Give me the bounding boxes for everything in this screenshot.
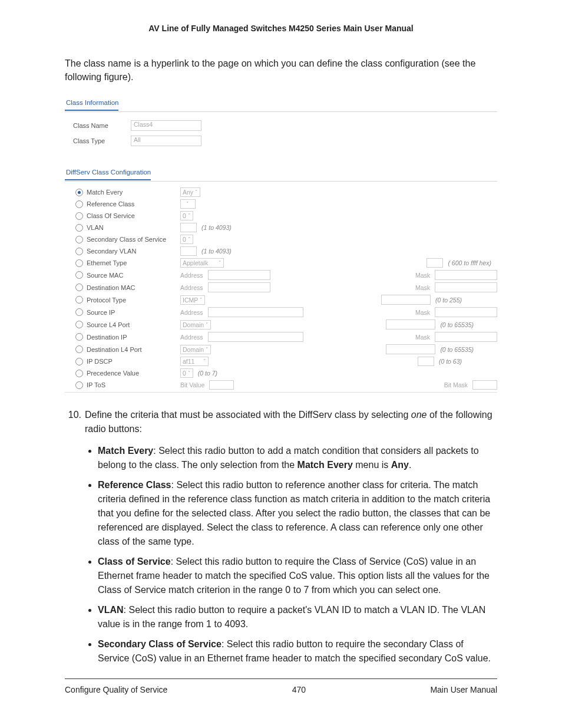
dst-ip-mask[interactable] <box>435 332 497 342</box>
bullet-match-every: Match Every: Select this radio button to… <box>98 444 497 472</box>
radio-match-every[interactable]: Match Every <box>65 189 177 196</box>
ethernet-type-input[interactable] <box>427 258 443 268</box>
dst-l4-select[interactable]: Domain˅ <box>180 345 211 354</box>
reference-class-select[interactable]: ˅ <box>180 199 196 209</box>
radio-class-of-service[interactable]: Class Of Service <box>65 212 177 220</box>
secondary-cos-select[interactable]: 0˅ <box>180 235 193 244</box>
radio-dest-mac[interactable]: Destination MAC <box>65 284 177 291</box>
protocol-select[interactable]: ICMP˅ <box>180 295 205 305</box>
match-every-select[interactable]: Any˅ <box>180 187 200 197</box>
radio-precedence[interactable]: Precedence Value <box>65 370 177 377</box>
radio-secondary-cos[interactable]: Secondary Class of Service <box>65 236 177 243</box>
diffserv-title: DiffServ Class Configuration <box>65 166 151 180</box>
bullet-secondary-cos: Secondary Class of Service: Select this … <box>98 637 497 666</box>
class-name-label: Class Name <box>73 122 126 129</box>
vlan-input[interactable] <box>180 223 197 232</box>
radio-secondary-vlan[interactable]: Secondary VLAN <box>65 248 177 255</box>
radio-ip-dscp[interactable]: IP DSCP <box>65 358 177 365</box>
radio-protocol-type[interactable]: Protocol Type <box>65 296 177 304</box>
dst-ip-addr[interactable] <box>208 332 303 342</box>
vlan-range: (1 to 4093) <box>201 224 232 231</box>
class-type-input[interactable]: All <box>131 136 201 146</box>
radio-vlan[interactable]: VLAN <box>65 224 177 232</box>
bullet-vlan: VLAN: Select this radio button to requir… <box>98 603 497 631</box>
src-mac-mask[interactable] <box>435 270 497 280</box>
tos-bitvalue[interactable] <box>209 380 234 390</box>
radio-reference-class[interactable]: Reference Class <box>65 200 177 208</box>
radio-source-mac[interactable]: Source MAC <box>65 271 177 279</box>
dscp-select[interactable]: af11˅ <box>180 357 209 366</box>
dst-l4-input[interactable] <box>386 344 435 354</box>
step-10: 10. Define the criteria that must be ass… <box>65 408 497 435</box>
secondary-vlan-input[interactable] <box>180 246 197 256</box>
src-mac-addr[interactable] <box>208 270 270 280</box>
radio-icon <box>75 189 83 196</box>
class-info-title: Class Information <box>65 97 118 111</box>
src-l4-select[interactable]: Domain˅ <box>180 320 211 330</box>
bullet-list: Match Every: Select this radio button to… <box>85 444 497 666</box>
src-ip-mask[interactable] <box>435 307 497 317</box>
diffserv-panel: DiffServ Class Configuration Match Every… <box>65 166 497 393</box>
radio-dest-ip[interactable]: Destination IP <box>65 333 177 341</box>
footer-page-number: 470 <box>292 685 306 694</box>
protocol-input[interactable] <box>381 295 431 305</box>
step-number: 10. <box>65 408 81 435</box>
radio-ethernet-type[interactable]: Ethernet Type <box>65 259 177 267</box>
intro-text: The class name is a hyperlink to the pag… <box>65 57 497 84</box>
radio-source-l4[interactable]: Source L4 Port <box>65 321 177 328</box>
class-name-input[interactable]: Class4 <box>131 120 201 131</box>
precedence-select[interactable]: 0˅ <box>180 368 193 378</box>
radio-source-ip[interactable]: Source IP <box>65 308 177 316</box>
page-title: AV Line of Fully Managed Switches M4250 … <box>65 24 497 33</box>
bullet-class-of-service: Class of Service: Select this radio butt… <box>98 555 497 597</box>
cos-select[interactable]: 0˅ <box>180 211 193 220</box>
dst-mac-addr[interactable] <box>208 282 270 292</box>
radio-dest-l4[interactable]: Destination L4 Port <box>65 345 177 353</box>
class-info-panel: Class Information Class Name Class4 Clas… <box>65 97 497 151</box>
dscp-input[interactable] <box>418 357 434 366</box>
footer-right: Main User Manual <box>430 685 497 694</box>
chevron-down-icon: ˅ <box>195 189 198 195</box>
ethernet-type-select[interactable]: Appletalk˅ <box>180 258 224 268</box>
dst-mac-mask[interactable] <box>435 282 497 292</box>
radio-ip-tos[interactable]: IP ToS <box>65 381 177 389</box>
src-ip-addr[interactable] <box>208 307 303 317</box>
class-type-label: Class Type <box>73 137 126 144</box>
src-l4-input[interactable] <box>386 319 435 330</box>
footer-left: Configure Quality of Service <box>65 685 167 694</box>
tos-bitmask[interactable] <box>472 380 497 390</box>
radio-label: Match Every <box>87 189 123 196</box>
page-footer: Configure Quality of Service 470 Main Us… <box>65 678 497 694</box>
bullet-reference-class: Reference Class: Select this radio butto… <box>98 478 497 549</box>
